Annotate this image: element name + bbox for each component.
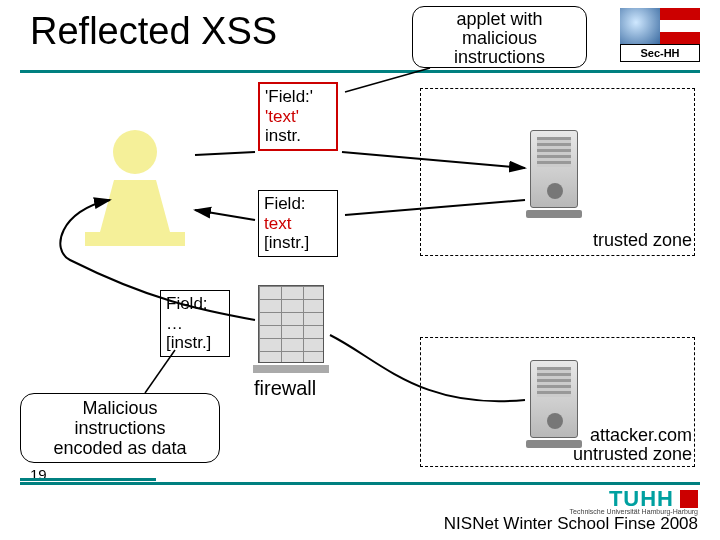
attacker-label: attacker.com (590, 425, 692, 446)
tuhh-square-icon (680, 490, 698, 508)
mal-l3: encoded as data (21, 439, 219, 459)
msg3-l2: … (166, 314, 224, 334)
tuhh-logo: TUHH Technische Universität Hamburg-Harb… (609, 486, 698, 512)
applet-line3: instructions (413, 48, 586, 67)
footer-underline (20, 482, 700, 485)
attacker-server-icon (530, 360, 578, 450)
message-response: Field: text [instr.] (258, 190, 338, 257)
untrusted-zone-label: untrusted zone (573, 444, 692, 465)
sechh-label: Sec-HH (620, 44, 700, 62)
footer-text: NISNet Winter School Finse 2008 (444, 514, 698, 534)
mal-l1: Malicious (21, 399, 219, 419)
applet-line2: malicious (413, 29, 586, 48)
applet-line1: applet with (413, 10, 586, 29)
msg2-l1: Field: (264, 194, 332, 214)
mal-l2: instructions (21, 419, 219, 439)
msg2-l2: text (264, 214, 332, 234)
trusted-zone-label: trusted zone (593, 230, 692, 251)
firewall-icon (258, 285, 324, 375)
applet-callout: applet with malicious instructions (412, 6, 587, 68)
slide-title: Reflected XSS (30, 10, 277, 53)
message-request: 'Field:' 'text' instr. (258, 82, 338, 151)
msg3-l3: [instr.] (166, 333, 224, 353)
malicious-instructions-callout: Malicious instructions encoded as data (20, 393, 220, 463)
firewall-label: firewall (254, 377, 316, 400)
msg1-l2: 'text' (265, 107, 331, 127)
msg1-l3: instr. (265, 126, 331, 146)
message-through-firewall: Field: … [instr.] (160, 290, 230, 357)
trusted-server-icon (530, 130, 578, 220)
msg2-l3: [instr.] (264, 233, 332, 253)
title-underline (20, 70, 700, 73)
user-icon (80, 130, 190, 250)
flag-icon (660, 8, 700, 44)
msg3-l1: Field: (166, 294, 224, 314)
sechh-badge: Sec-HH (620, 8, 700, 64)
msg1-l1: 'Field:' (265, 87, 331, 107)
globe-icon (620, 8, 660, 44)
